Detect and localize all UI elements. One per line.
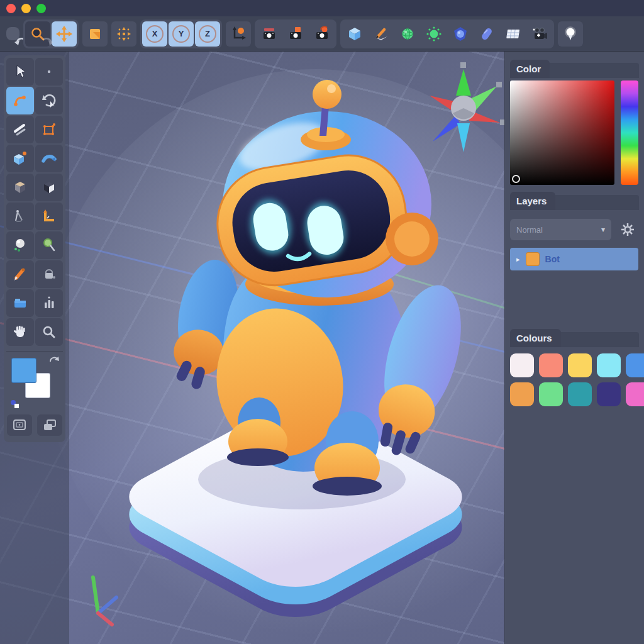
camera-keyframe-orange-button[interactable] — [283, 21, 308, 47]
blend-mode-dropdown[interactable]: Normal ▾ — [510, 219, 611, 240]
bucket-tool[interactable] — [35, 260, 63, 288]
layer-name: Bot — [545, 254, 560, 264]
cube-snap-tool[interactable] — [6, 145, 34, 172]
layers-section-title[interactable]: Layers — [510, 192, 555, 210]
curve-pen-tool[interactable] — [6, 87, 34, 114]
rect-select-tool[interactable] — [35, 116, 63, 143]
foreground-color-chip[interactable] — [11, 358, 36, 383]
minimize-button[interactable] — [21, 4, 31, 13]
colours-section-title[interactable]: Colours — [510, 329, 561, 347]
light-bulb-button[interactable] — [558, 21, 583, 47]
blend-mode-value: Normal — [516, 225, 543, 235]
swatch[interactable] — [510, 353, 534, 377]
properties-panel: Color Layers Normal ▾ — [504, 52, 644, 644]
saturation-value-picker[interactable] — [510, 80, 614, 185]
default-colors-icon[interactable] — [10, 399, 20, 409]
swap-colors-icon[interactable] — [48, 354, 60, 365]
picker-indicator-dot[interactable] — [512, 175, 520, 183]
hand-pan-tool[interactable] — [6, 318, 34, 346]
sphere-particles-button[interactable] — [421, 21, 447, 47]
stats-bars-tool[interactable] — [35, 289, 63, 317]
point-tool[interactable] — [35, 58, 63, 86]
axis-y-label: Y — [179, 29, 184, 38]
pan-arrows-tool[interactable] — [111, 21, 136, 47]
swatch[interactable] — [568, 382, 592, 406]
swatch[interactable] — [626, 382, 644, 406]
camera-keyframe-red-button[interactable] — [257, 21, 282, 47]
axis-z-button[interactable]: Z — [195, 21, 220, 47]
cube-primitive-button[interactable] — [342, 21, 367, 47]
sphere-wireframe-button[interactable] — [395, 21, 420, 47]
swatch[interactable] — [626, 353, 644, 377]
knife-tool[interactable] — [6, 116, 34, 143]
layer-row[interactable]: ▸ Bot — [510, 248, 638, 270]
folder-tray-tool[interactable] — [6, 289, 34, 317]
axis-y-button[interactable]: Y — [169, 21, 194, 47]
frame-marquee-button[interactable] — [7, 414, 32, 436]
swatch[interactable] — [539, 382, 563, 406]
swatch[interactable] — [597, 353, 621, 377]
uv-grid-button[interactable] — [501, 21, 526, 47]
hue-slider[interactable] — [621, 80, 638, 185]
compass-measure-tool[interactable] — [6, 203, 34, 230]
angle-ruler-tool[interactable] — [35, 203, 63, 230]
marker-pen-tool[interactable] — [6, 260, 34, 288]
select-cursor-tool[interactable] — [6, 58, 34, 86]
cube-solid-tool[interactable] — [6, 174, 34, 201]
close-button[interactable] — [6, 4, 16, 13]
scale-tool[interactable] — [82, 21, 108, 47]
titlebar — [0, 0, 644, 16]
gear-icon — [620, 222, 635, 237]
color-section-title[interactable]: Color — [510, 60, 550, 78]
layers-section-header: Layers — [510, 191, 639, 210]
redo-button[interactable] — [35, 29, 60, 54]
chevron-down-icon: ▾ — [601, 225, 605, 234]
layer-expand-icon[interactable]: ▸ — [516, 255, 520, 264]
swatch[interactable] — [510, 382, 534, 406]
layer-settings-button[interactable] — [616, 219, 639, 240]
color-chips-area — [6, 351, 63, 412]
axis-x-button[interactable]: X — [142, 21, 167, 47]
toolbox-panel — [4, 55, 65, 442]
color-section-header: Color — [510, 59, 639, 78]
duplicate-stack-button[interactable] — [37, 414, 62, 436]
render-camera-button[interactable] — [527, 21, 552, 47]
maximize-button[interactable] — [36, 4, 46, 13]
camera-keyframe-rotate-button[interactable] — [309, 21, 335, 47]
axis-z-label: Z — [205, 29, 210, 38]
swatch[interactable] — [539, 353, 563, 377]
sphere-material-tool[interactable] — [6, 231, 34, 259]
pin-magnifier-tool[interactable] — [35, 231, 63, 259]
modeling-app-window: X Y Z — [0, 0, 644, 644]
rotate-cursor-tool[interactable] — [35, 87, 63, 114]
swatch[interactable] — [597, 382, 621, 406]
capsule-primitive-button[interactable] — [474, 21, 499, 47]
axis-x-label: X — [152, 29, 158, 38]
bevel-pen-button[interactable] — [369, 21, 394, 47]
plot-axes-button[interactable] — [226, 21, 251, 47]
swatch[interactable] — [568, 353, 592, 377]
colours-section-header: Colours — [510, 328, 639, 347]
mesh-shield-button[interactable] — [448, 21, 473, 47]
swatch-grid — [510, 353, 639, 406]
cube-dark-tool[interactable] — [35, 174, 63, 201]
left-toolbox-column — [0, 52, 69, 644]
bend-deform-tool[interactable] — [35, 145, 63, 172]
main-toolbar: X Y Z — [0, 16, 644, 52]
zoom-magnifier-tool[interactable] — [35, 318, 63, 346]
layer-thumbnail — [526, 252, 540, 266]
